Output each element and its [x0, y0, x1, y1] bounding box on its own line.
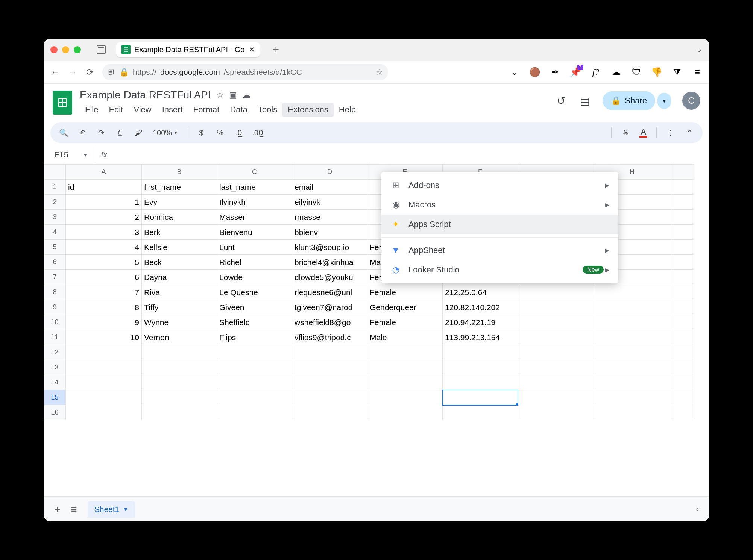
row-header[interactable]: 9: [44, 300, 66, 315]
cell[interactable]: [671, 255, 694, 270]
cell[interactable]: [66, 375, 142, 390]
cell[interactable]: [593, 360, 671, 375]
menu-insert[interactable]: Insert: [157, 103, 188, 117]
row-header[interactable]: 11: [44, 330, 66, 345]
cell[interactable]: [518, 330, 593, 345]
cell[interactable]: [292, 375, 367, 390]
forward-icon[interactable]: →: [68, 67, 77, 77]
eyedropper-icon[interactable]: ✒: [550, 67, 560, 77]
menu-item-macros[interactable]: ◉Macros▶: [381, 195, 618, 215]
cell[interactable]: Bienvenu: [217, 225, 292, 240]
cell[interactable]: Lowde: [217, 270, 292, 285]
cell[interactable]: Genderqueer: [367, 300, 443, 315]
star-icon[interactable]: ☆: [376, 68, 383, 77]
cell[interactable]: vflips9@tripod.c: [292, 330, 367, 345]
strikethrough-icon[interactable]: S̶: [621, 128, 630, 138]
cell[interactable]: 210.94.221.19: [443, 315, 518, 330]
row-header[interactable]: 3: [44, 210, 66, 225]
cell[interactable]: [671, 270, 694, 285]
cell[interactable]: [443, 375, 518, 390]
cell[interactable]: 3: [66, 225, 142, 240]
cell[interactable]: [292, 405, 367, 420]
menu-format[interactable]: Format: [188, 103, 225, 117]
cell[interactable]: [443, 345, 518, 360]
cell[interactable]: Ilyinykh: [217, 195, 292, 210]
cell[interactable]: [443, 360, 518, 375]
more-toolbar-icon[interactable]: ⋮: [666, 128, 676, 138]
cell[interactable]: [593, 285, 671, 300]
cell[interactable]: Female: [367, 315, 443, 330]
cell[interactable]: [671, 285, 694, 300]
cell[interactable]: [593, 375, 671, 390]
cell[interactable]: [217, 345, 292, 360]
cell[interactable]: [671, 330, 694, 345]
cell[interactable]: 5: [66, 255, 142, 270]
all-sheets-icon[interactable]: ≡: [71, 503, 77, 515]
cell[interactable]: [671, 210, 694, 225]
row-header[interactable]: 13: [44, 360, 66, 375]
explore-icon[interactable]: ‹: [696, 504, 699, 514]
cell[interactable]: [518, 345, 593, 360]
cell[interactable]: Lunt: [217, 240, 292, 255]
cell[interactable]: first_name: [142, 180, 217, 195]
menu-help[interactable]: Help: [334, 103, 361, 117]
cell[interactable]: rmasse: [292, 210, 367, 225]
cell[interactable]: [367, 360, 443, 375]
cell[interactable]: [671, 225, 694, 240]
cell[interactable]: Riva: [142, 285, 217, 300]
cell[interactable]: Berk: [142, 225, 217, 240]
col-header[interactable]: [671, 165, 694, 180]
cell[interactable]: bbienv: [292, 225, 367, 240]
cell[interactable]: [292, 345, 367, 360]
menu-icon[interactable]: ≡: [692, 67, 703, 77]
col-header[interactable]: C: [217, 165, 292, 180]
cell[interactable]: [367, 345, 443, 360]
new-tab-icon[interactable]: +: [273, 44, 279, 56]
sheets-logo-icon[interactable]: [53, 91, 72, 115]
menu-item-looker-studio[interactable]: ◔Looker StudioNew ▶: [381, 260, 618, 280]
history-icon[interactable]: ↺: [554, 94, 567, 107]
cell[interactable]: id: [66, 180, 142, 195]
undo-icon[interactable]: ↶: [77, 128, 87, 138]
share-button[interactable]: 🔒 Share: [603, 91, 655, 110]
row-header[interactable]: 1: [44, 180, 66, 195]
name-box[interactable]: F15: [50, 148, 83, 161]
move-doc-icon[interactable]: ▣: [229, 90, 237, 100]
currency-icon[interactable]: $: [196, 128, 206, 138]
back-icon[interactable]: ←: [50, 67, 60, 77]
cell[interactable]: 6: [66, 270, 142, 285]
cell[interactable]: [518, 300, 593, 315]
search-icon[interactable]: 🔍: [59, 128, 68, 138]
cell[interactable]: 212.25.0.64: [443, 285, 518, 300]
cell[interactable]: Dayna: [142, 270, 217, 285]
row-header[interactable]: 7: [44, 270, 66, 285]
tab-overview-icon[interactable]: [97, 45, 106, 54]
reload-icon[interactable]: ⟳: [85, 67, 95, 77]
cell[interactable]: [671, 345, 694, 360]
row-header[interactable]: 4: [44, 225, 66, 240]
cell[interactable]: Kellsie: [142, 240, 217, 255]
cell[interactable]: [518, 360, 593, 375]
cell[interactable]: Male: [367, 330, 443, 345]
cell[interactable]: 10: [66, 330, 142, 345]
cell[interactable]: [518, 375, 593, 390]
percent-icon[interactable]: %: [215, 128, 225, 138]
cell[interactable]: 120.82.140.202: [443, 300, 518, 315]
cell[interactable]: 2: [66, 210, 142, 225]
cell[interactable]: brichel4@xinhua: [292, 255, 367, 270]
row-header[interactable]: 8: [44, 285, 66, 300]
menu-edit[interactable]: Edit: [103, 103, 128, 117]
cell[interactable]: Flips: [217, 330, 292, 345]
col-header[interactable]: A: [66, 165, 142, 180]
cell[interactable]: [671, 390, 694, 405]
corner-cell[interactable]: [44, 165, 66, 180]
row-header[interactable]: 15: [44, 390, 66, 405]
cell[interactable]: [518, 315, 593, 330]
cell[interactable]: Richel: [217, 255, 292, 270]
browser-tab[interactable]: Example Data RESTFul API - Go ✕: [116, 42, 260, 57]
tabs-dropdown-icon[interactable]: ⌄: [696, 45, 703, 54]
cell[interactable]: 9: [66, 315, 142, 330]
cloud-status-icon[interactable]: ☁: [242, 90, 250, 100]
cell[interactable]: [66, 360, 142, 375]
thumb-ext-icon[interactable]: 👎: [651, 67, 662, 77]
